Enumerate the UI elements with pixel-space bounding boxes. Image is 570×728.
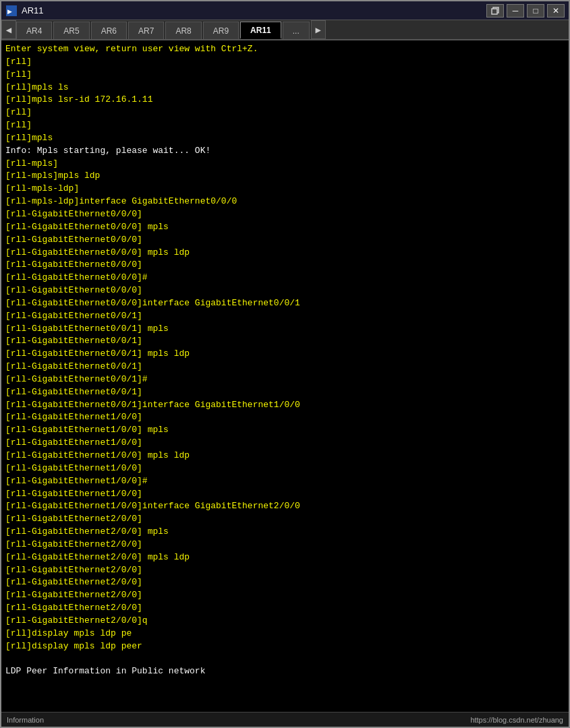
tab-more[interactable]: ...	[283, 22, 310, 39]
status-info: Information	[7, 716, 470, 724]
tab-ar4[interactable]: AR4	[16, 22, 52, 39]
title-bar: ▶ AR11 ─ □ ✕	[1, 1, 569, 20]
tab-next-button[interactable]: ▶	[311, 20, 326, 39]
tab-ar6[interactable]: AR6	[91, 22, 127, 39]
app-icon: ▶	[5, 5, 18, 17]
maximize-button[interactable]: □	[527, 4, 544, 18]
terminal-output[interactable]: Enter system view, return user view with…	[1, 40, 569, 712]
tab-ar5[interactable]: AR5	[53, 22, 89, 39]
tab-ar11[interactable]: AR11	[240, 22, 281, 39]
main-window: ▶ AR11 ─ □ ✕ ◀ AR4AR5AR6AR7AR8AR9AR11...…	[0, 0, 570, 728]
restore-button[interactable]	[486, 4, 504, 18]
minimize-button[interactable]: ─	[507, 4, 524, 18]
tab-bar: ◀ AR4AR5AR6AR7AR8AR9AR11... ▶	[1, 20, 569, 40]
close-button[interactable]: ✕	[547, 4, 565, 18]
status-url: https://blog.csdn.net/zhuang	[470, 716, 563, 724]
tab-prev-button[interactable]: ◀	[1, 20, 16, 39]
status-bar: Information https://blog.csdn.net/zhuang	[1, 712, 569, 727]
tabs-container: AR4AR5AR6AR7AR8AR9AR11...	[16, 22, 311, 39]
terminal-area: Enter system view, return user view with…	[1, 40, 569, 712]
tab-ar9[interactable]: AR9	[203, 22, 239, 39]
svg-text:▶: ▶	[7, 8, 12, 15]
window-controls: ─ □ ✕	[486, 4, 565, 18]
tab-ar7[interactable]: AR7	[128, 22, 164, 39]
tab-ar8[interactable]: AR8	[165, 22, 201, 39]
svg-rect-2	[492, 9, 497, 14]
window-title: AR11	[22, 5, 486, 16]
